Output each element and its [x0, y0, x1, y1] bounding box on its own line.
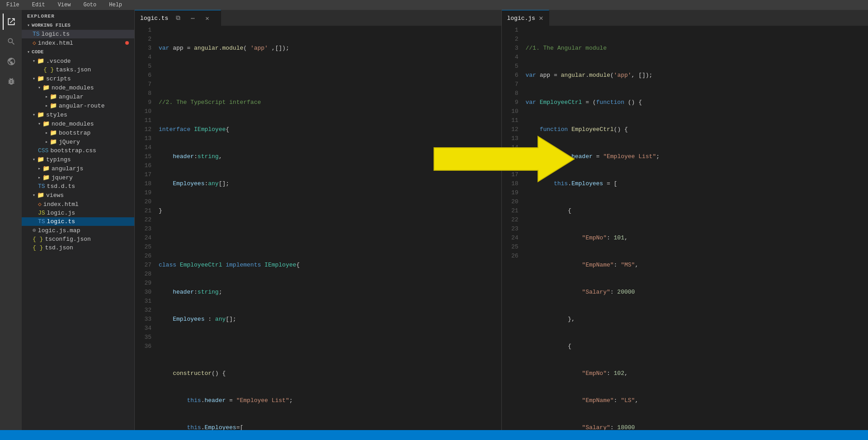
folder-angular[interactable]: ▸ 📁 angular [22, 92, 134, 101]
status-bar [0, 430, 868, 440]
explorer-title: EXPLORER [22, 10, 134, 21]
working-file-index-html[interactable]: ◇ index.html [22, 38, 134, 47]
menu-file[interactable]: File [4, 1, 22, 9]
folder-vscode[interactable]: ▾ 📁 .vscode [22, 56, 134, 66]
left-code-content: 12345 678910 1112131415 1617181920 21222… [135, 26, 501, 430]
tab-actions: ⧉ ⋯ ✕ [172, 12, 215, 24]
tab-logic-ts-label: logic.ts [140, 15, 168, 22]
folder-scripts[interactable]: ▾ 📁 scripts [22, 74, 134, 83]
right-tab-bar: logic.js ✕ [502, 10, 868, 26]
left-line-numbers: 12345 678910 1112131415 1617181920 21222… [135, 26, 155, 430]
close-tab-button[interactable]: ✕ [201, 12, 213, 24]
right-line-numbers: 12345 678910 1112131415 1617181920 21222… [502, 26, 522, 430]
folder-node-modules-styles[interactable]: ▾ 📁 node_modules [22, 119, 134, 128]
activity-bar [0, 10, 22, 430]
folder-icon: 📁 [37, 156, 44, 163]
menu-help[interactable]: Help [106, 1, 125, 9]
file-bootstrap-css[interactable]: CSS bootstrap.css [22, 146, 134, 155]
folder-icon-vscode: 📁 [37, 57, 44, 65]
file-logic-js-map[interactable]: ⊕ logic.js.map [22, 226, 134, 235]
json-icon: { } [33, 244, 43, 251]
svg-marker-0 [434, 136, 574, 182]
tab-logic-js-label: logic.js [507, 15, 535, 22]
folder-icon: 📁 [50, 138, 57, 145]
more-options-button[interactable]: ⋯ [186, 12, 199, 24]
file-logic-ts-views[interactable]: TS logic.ts [22, 217, 134, 226]
folder-icon: 📁 [37, 192, 44, 199]
folder-icon: 📁 [50, 102, 57, 109]
file-index-html[interactable]: ◇ index.html [22, 200, 134, 209]
file-tsconfig-json[interactable]: { } tsconfig.json [22, 235, 134, 243]
folder-angular-route[interactable]: ▸ 📁 angular-route [22, 101, 134, 110]
file-tsd-json[interactable]: { } tsd.json [22, 243, 134, 252]
folder-jquery[interactable]: ▸ 📁 jQuery [22, 137, 134, 146]
code-section-header[interactable]: ▾ CODE [22, 47, 134, 56]
sidebar: EXPLORER ▾ WORKING FILES TS logic.ts ◇ i… [22, 10, 135, 430]
activity-debug[interactable] [3, 73, 19, 89]
file-logic-js-views[interactable]: JS logic.js [22, 209, 134, 217]
close-logic-js-button[interactable]: ✕ [539, 14, 543, 23]
working-files-chevron: ▾ [27, 23, 30, 28]
folder-icon-scripts: 📁 [37, 75, 44, 82]
file-tsd-d-ts[interactable]: TS tsd.d.ts [22, 182, 134, 191]
working-files-header[interactable]: ▾ WORKING FILES [22, 21, 134, 30]
folder-jquery-typings[interactable]: ▸ 📁 jquery [22, 173, 134, 182]
menu-goto[interactable]: Goto [80, 1, 99, 9]
working-file-index-html-label: index.html [38, 40, 73, 47]
file-tasks-json[interactable]: { } tasks.json [22, 66, 134, 74]
ts-icon: TS [38, 183, 45, 190]
working-file-logic-ts-label: logic.ts [42, 31, 70, 37]
html-icon: ◇ [33, 39, 36, 47]
menu-view[interactable]: View [55, 1, 74, 9]
folder-icon: 📁 [42, 165, 50, 172]
json-icon: { } [33, 236, 43, 243]
tab-logic-ts[interactable]: logic.ts ⧉ ⋯ ✕ [135, 10, 221, 26]
folder-views[interactable]: ▾ 📁 views [22, 191, 134, 200]
left-editor-pane: logic.ts ⧉ ⋯ ✕ 12345 678910 1112131415 1… [135, 10, 502, 430]
activity-git[interactable] [3, 53, 19, 70]
right-editor-pane: logic.js ✕ 12345 678910 1112131415 16171… [502, 10, 868, 430]
menu-edit[interactable]: Edit [29, 1, 48, 9]
left-tab-bar: logic.ts ⧉ ⋯ ✕ [135, 10, 501, 26]
dirty-indicator [125, 41, 129, 45]
html-icon: ◇ [38, 201, 42, 208]
ts-icon: TS [33, 31, 40, 37]
folder-styles[interactable]: ▾ 📁 styles [22, 110, 134, 119]
folder-typings[interactable]: ▾ 📁 typings [22, 155, 134, 164]
menu-bar: File Edit View Goto Help [0, 0, 868, 10]
map-icon: ⊕ [33, 227, 36, 234]
css-icon: CSS [38, 147, 48, 154]
tab-logic-js[interactable]: logic.js ✕ [502, 10, 549, 26]
activity-explorer[interactable] [3, 14, 19, 30]
working-files-label: WORKING FILES [32, 23, 71, 28]
folder-bootstrap[interactable]: ▸ 📁 bootstrap [22, 128, 134, 137]
json-icon: { } [43, 66, 54, 73]
code-section-label: CODE [32, 49, 43, 55]
split-editor-button[interactable]: ⧉ [172, 12, 184, 24]
ts-icon: TS [38, 218, 45, 225]
code-chevron: ▾ [27, 49, 30, 55]
folder-icon: 📁 [37, 111, 44, 118]
js-icon: JS [38, 210, 45, 216]
left-code-lines[interactable]: var app = angular.module( 'app' ,[]); //… [155, 26, 501, 430]
activity-search[interactable] [3, 33, 19, 50]
folder-icon: 📁 [42, 174, 50, 181]
working-file-logic-ts[interactable]: TS logic.ts [22, 30, 134, 38]
folder-icon: 📁 [42, 120, 50, 127]
folder-icon: 📁 [42, 84, 50, 91]
right-code-lines[interactable]: //1. The Angular module var app = angula… [522, 26, 868, 430]
right-code-content: 12345 678910 1112131415 1617181920 21222… [502, 26, 868, 430]
folder-node-modules-scripts[interactable]: ▾ 📁 node_modules [22, 83, 134, 92]
editor-area: logic.ts ⧉ ⋯ ✕ 12345 678910 1112131415 1… [135, 10, 868, 430]
folder-angularjs[interactable]: ▸ 📁 angularjs [22, 164, 134, 173]
folder-icon: 📁 [50, 93, 57, 100]
folder-icon: 📁 [50, 129, 57, 136]
